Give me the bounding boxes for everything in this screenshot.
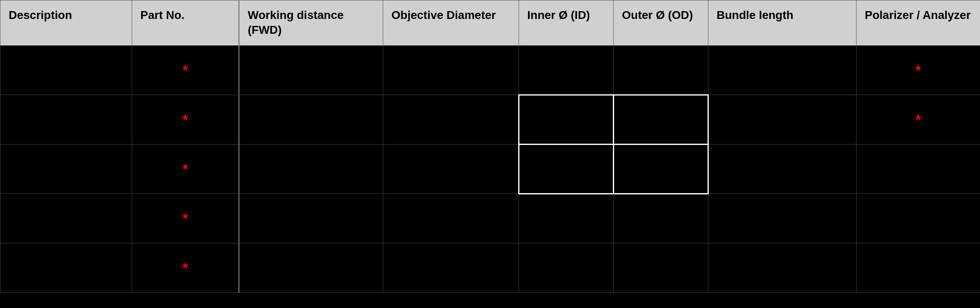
cell-bundle-length bbox=[708, 243, 857, 292]
cell-inner-diameter bbox=[519, 194, 614, 243]
cell-polarizer-analyzer bbox=[857, 144, 980, 194]
header-row: Description Part No. Working distance (F… bbox=[0, 0, 980, 46]
cell-working-distance bbox=[239, 243, 383, 292]
cell-inner-diameter highlighted-cell bbox=[519, 144, 614, 194]
header-part-no: Part No. bbox=[132, 0, 239, 46]
table-row: * bbox=[0, 194, 980, 243]
cell-bundle-length bbox=[708, 194, 857, 243]
cell-description bbox=[0, 243, 132, 292]
header-polarizer-analyzer: Polarizer / Analyzer bbox=[857, 0, 980, 46]
cell-part-no: * bbox=[132, 95, 239, 144]
required-asterisk: * bbox=[915, 62, 921, 78]
cell-description bbox=[0, 144, 132, 194]
table-row: * bbox=[0, 144, 980, 194]
cell-objective-diameter bbox=[383, 45, 519, 95]
main-table-container: Description Part No. Working distance (F… bbox=[0, 0, 980, 293]
cell-working-distance bbox=[239, 95, 383, 144]
data-table: Description Part No. Working distance (F… bbox=[0, 0, 980, 293]
cell-objective-diameter bbox=[383, 194, 519, 243]
header-objective-diameter: Objective Diameter bbox=[383, 0, 519, 46]
cell-bundle-length bbox=[708, 144, 857, 194]
cell-objective-diameter bbox=[383, 243, 519, 292]
cell-polarizer-analyzer bbox=[857, 243, 980, 292]
cell-working-distance bbox=[239, 144, 383, 194]
cell-part-no: * bbox=[132, 45, 239, 95]
cell-inner-diameter bbox=[519, 45, 614, 95]
header-outer-diameter: Outer Ø (OD) bbox=[614, 0, 708, 46]
table-row: * * bbox=[0, 95, 980, 144]
cell-description bbox=[0, 194, 132, 243]
required-asterisk: * bbox=[182, 210, 188, 226]
cell-outer-diameter highlighted-cell bbox=[614, 95, 708, 144]
cell-working-distance bbox=[239, 194, 383, 243]
cell-objective-diameter bbox=[383, 95, 519, 144]
cell-bundle-length bbox=[708, 45, 857, 95]
cell-inner-diameter highlighted-cell bbox=[519, 95, 614, 144]
cell-inner-diameter bbox=[519, 243, 614, 292]
cell-bundle-length bbox=[708, 95, 857, 144]
cell-part-no: * bbox=[132, 144, 239, 194]
header-working-distance: Working distance (FWD) bbox=[239, 0, 383, 46]
cell-part-no: * bbox=[132, 194, 239, 243]
cell-polarizer-analyzer: * bbox=[857, 45, 980, 95]
header-inner-diameter: Inner Ø (ID) bbox=[519, 0, 614, 46]
required-asterisk: * bbox=[182, 161, 188, 177]
cell-part-no: * bbox=[132, 243, 239, 292]
cell-description bbox=[0, 95, 132, 144]
cell-outer-diameter bbox=[614, 194, 708, 243]
cell-objective-diameter bbox=[383, 144, 519, 194]
cell-description bbox=[0, 45, 132, 95]
header-bundle-length: Bundle length bbox=[708, 0, 857, 46]
cell-outer-diameter bbox=[614, 45, 708, 95]
cell-polarizer-analyzer: * bbox=[857, 95, 980, 144]
table-row: * * bbox=[0, 45, 980, 95]
required-asterisk: * bbox=[915, 112, 921, 127]
required-asterisk: * bbox=[182, 112, 188, 127]
cell-polarizer-analyzer bbox=[857, 194, 980, 243]
cell-outer-diameter bbox=[614, 243, 708, 292]
table-row: * bbox=[0, 243, 980, 292]
header-description: Description bbox=[0, 0, 132, 46]
cell-outer-diameter highlighted-cell bbox=[614, 144, 708, 194]
required-asterisk: * bbox=[182, 62, 188, 78]
cell-working-distance bbox=[239, 45, 383, 95]
required-asterisk: * bbox=[182, 260, 188, 275]
